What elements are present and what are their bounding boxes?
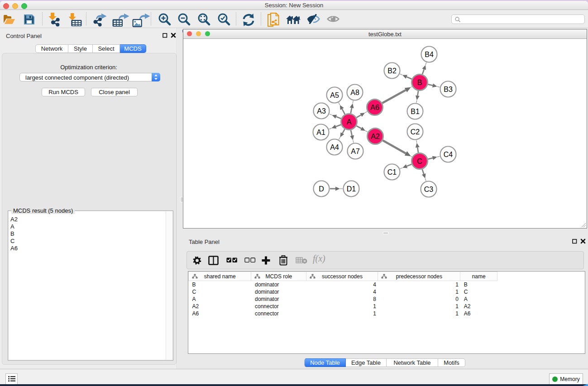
svg-text:A5: A5 xyxy=(330,91,339,99)
svg-text:A7: A7 xyxy=(351,148,360,155)
svg-text:C2: C2 xyxy=(411,128,420,136)
svg-text:B3: B3 xyxy=(444,86,453,93)
svg-text:C1: C1 xyxy=(387,168,397,176)
svg-text:A3: A3 xyxy=(317,107,326,115)
svg-text:A8: A8 xyxy=(350,89,359,96)
svg-text:B1: B1 xyxy=(411,108,420,115)
svg-text:A1: A1 xyxy=(316,129,325,136)
svg-text:C: C xyxy=(417,157,422,165)
svg-text:B2: B2 xyxy=(387,67,397,75)
svg-text:A2: A2 xyxy=(371,133,380,140)
svg-text:A: A xyxy=(347,118,352,126)
svg-text:B: B xyxy=(417,79,422,86)
svg-text:C3: C3 xyxy=(424,186,434,193)
svg-text:B4: B4 xyxy=(425,51,434,58)
svg-text:D: D xyxy=(319,185,324,193)
svg-text:A4: A4 xyxy=(330,143,339,151)
svg-text:A6: A6 xyxy=(370,104,379,111)
svg-text:D1: D1 xyxy=(347,185,356,193)
svg-text:C4: C4 xyxy=(444,151,453,158)
